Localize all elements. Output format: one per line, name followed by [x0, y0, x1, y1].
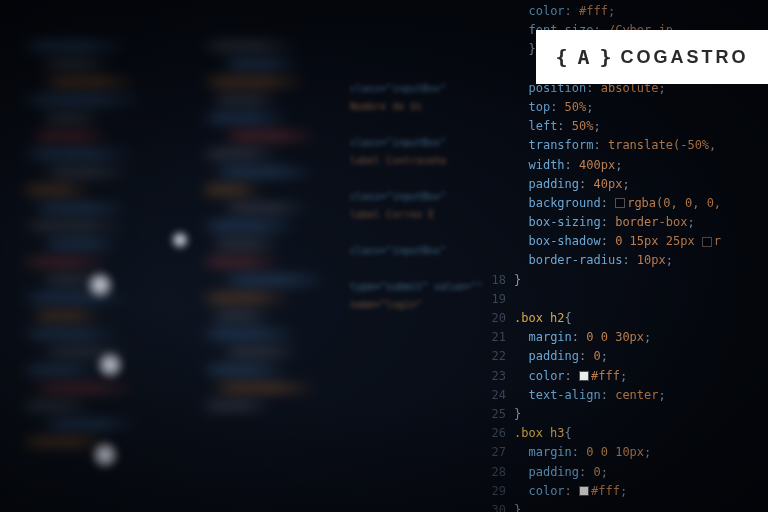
code-token: #fff: [591, 369, 620, 383]
code-token: ;: [620, 484, 627, 498]
code-token: color: [528, 369, 564, 383]
code-token: :: [593, 138, 607, 152]
code-token: width: [528, 158, 564, 172]
code-token: .box h2: [514, 311, 565, 325]
code-token: margin: [528, 330, 571, 344]
code-token: 0 0 10px: [586, 445, 644, 459]
code-token: :: [565, 369, 579, 383]
code-token: padding: [528, 177, 579, 191]
code-token: border-box: [615, 215, 687, 229]
code-token: border-radius: [528, 253, 622, 267]
code-token: .box h3: [514, 426, 565, 440]
code-line: 27 margin: 0 0 10px;: [488, 443, 768, 462]
code-line: width: 400px;: [488, 156, 768, 175]
code-token: padding: [528, 465, 579, 479]
code-token: ;: [666, 253, 673, 267]
code-token: rgba(0, 0, 0,: [627, 196, 721, 210]
code-token: text-align: [528, 388, 600, 402]
blur-code-line: [350, 116, 500, 134]
code-token: :: [579, 177, 593, 191]
blur-code-line: [350, 170, 500, 188]
code-line: transform: translate(-50%,: [488, 136, 768, 155]
color-swatch-icon: [702, 237, 712, 247]
code-token: 50%: [572, 119, 594, 133]
line-number: 27: [488, 443, 514, 462]
code-token: ,: [709, 138, 716, 152]
code-line: 30}: [488, 501, 768, 512]
blur-code-line: class="inputBox": [350, 242, 500, 260]
code-token: }: [528, 42, 535, 56]
code-token: 50%: [565, 100, 587, 114]
code-token: ;: [601, 349, 608, 363]
code-line: 26.box h3{: [488, 424, 768, 443]
code-line: left: 50%;: [488, 117, 768, 136]
blur-code-line: type="submit" value="": [350, 278, 500, 296]
code-token: 0 15px 25px: [615, 234, 702, 248]
code-token: margin: [528, 445, 571, 459]
code-token: color: [528, 4, 564, 18]
code-token: {: [565, 426, 572, 440]
code-line: 22 padding: 0;: [488, 347, 768, 366]
line-number: 26: [488, 424, 514, 443]
code-token: ;: [594, 119, 601, 133]
lens-flare-icon: [85, 270, 115, 300]
code-token: :: [557, 119, 571, 133]
code-token: ;: [644, 330, 651, 344]
code-token: 40px: [593, 177, 622, 191]
line-number: 25: [488, 405, 514, 424]
blur-code-line: name="login": [350, 296, 500, 314]
blur-code-line: [350, 260, 500, 278]
code-token: ;: [687, 215, 694, 229]
blur-code-line: label Contraseña: [350, 152, 500, 170]
code-token: padding: [528, 349, 579, 363]
line-number: 20: [488, 309, 514, 328]
blur-code-line: class="inputBox": [350, 80, 500, 98]
code-token: :: [601, 388, 615, 402]
code-token: ;: [644, 445, 651, 459]
code-token: 0: [593, 465, 600, 479]
code-token: ;: [601, 465, 608, 479]
line-number: 28: [488, 463, 514, 482]
code-token: 0: [593, 349, 600, 363]
line-number: 23: [488, 367, 514, 386]
code-line: background: rgba(0, 0, 0,: [488, 194, 768, 213]
code-line: 21 margin: 0 0 30px;: [488, 328, 768, 347]
line-number: 19: [488, 290, 514, 309]
code-token: center: [615, 388, 658, 402]
code-token: translate(-50%: [608, 138, 709, 152]
code-token: :: [572, 330, 586, 344]
lens-flare-icon: [170, 230, 190, 250]
blur-code-line: class="inputBox": [350, 134, 500, 152]
code-token: ;: [659, 388, 666, 402]
cogastro-logo-icon: { A }: [555, 45, 610, 69]
color-swatch-icon: [579, 371, 589, 381]
blur-code-line: Nombre de Us: [350, 98, 500, 116]
code-token: ;: [615, 158, 622, 172]
code-token: ;: [622, 177, 629, 191]
code-line: 19: [488, 290, 768, 309]
code-token: :: [601, 234, 615, 248]
code-line: 25}: [488, 405, 768, 424]
code-line: color: #fff;: [488, 2, 768, 21]
code-token: :: [601, 215, 615, 229]
code-token: {: [565, 311, 572, 325]
code-token: :: [622, 253, 636, 267]
color-swatch-icon: [615, 198, 625, 208]
blur-code-line: class="inputBox": [350, 188, 500, 206]
code-token: #fff: [579, 4, 608, 18]
code-token: :: [579, 349, 593, 363]
code-token: top: [528, 100, 550, 114]
code-token: :: [579, 465, 593, 479]
code-token: }: [514, 503, 521, 512]
blur-code-line: label Correo E: [350, 206, 500, 224]
code-token: ;: [620, 369, 627, 383]
code-line: 24 text-align: center;: [488, 386, 768, 405]
code-token: :: [601, 196, 615, 210]
lens-flare-icon: [90, 440, 120, 470]
cogastro-logo-text: COGASTRO: [621, 47, 749, 68]
mid-blur-code-column: class="inputBox" Nombre de Us class="inp…: [350, 80, 500, 314]
code-token: background: [528, 196, 600, 210]
code-line: box-sizing: border-box;: [488, 213, 768, 232]
code-line: padding: 40px;: [488, 175, 768, 194]
code-token: box-shadow: [528, 234, 600, 248]
